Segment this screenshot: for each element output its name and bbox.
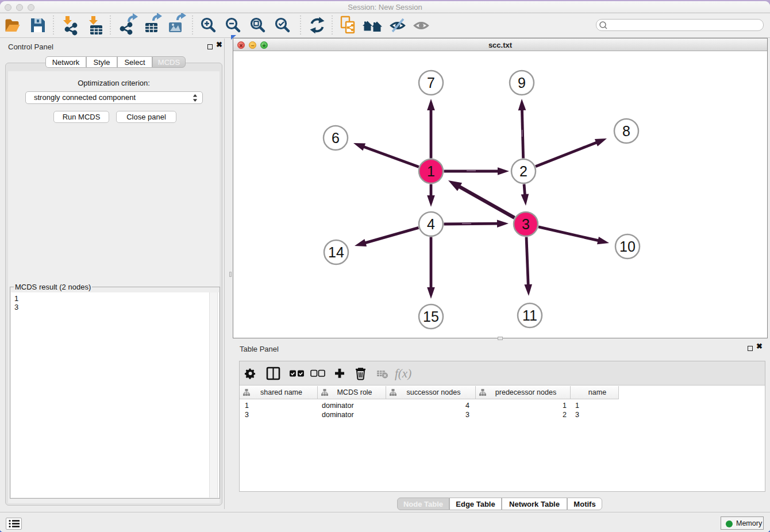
- svg-text:15: 15: [423, 309, 439, 325]
- svg-text:1: 1: [427, 163, 435, 179]
- svg-text:2: 2: [519, 163, 528, 179]
- svg-text:8: 8: [622, 123, 630, 139]
- svg-text:7: 7: [427, 75, 435, 91]
- svg-text:9: 9: [518, 75, 526, 91]
- svg-text:14: 14: [328, 244, 344, 260]
- svg-text:6: 6: [332, 130, 340, 146]
- svg-text:3: 3: [522, 216, 530, 232]
- svg-text:11: 11: [522, 307, 537, 323]
- svg-text:f(x): f(x): [395, 367, 411, 380]
- svg-text:10: 10: [619, 238, 636, 255]
- svg-text:4: 4: [427, 216, 435, 232]
